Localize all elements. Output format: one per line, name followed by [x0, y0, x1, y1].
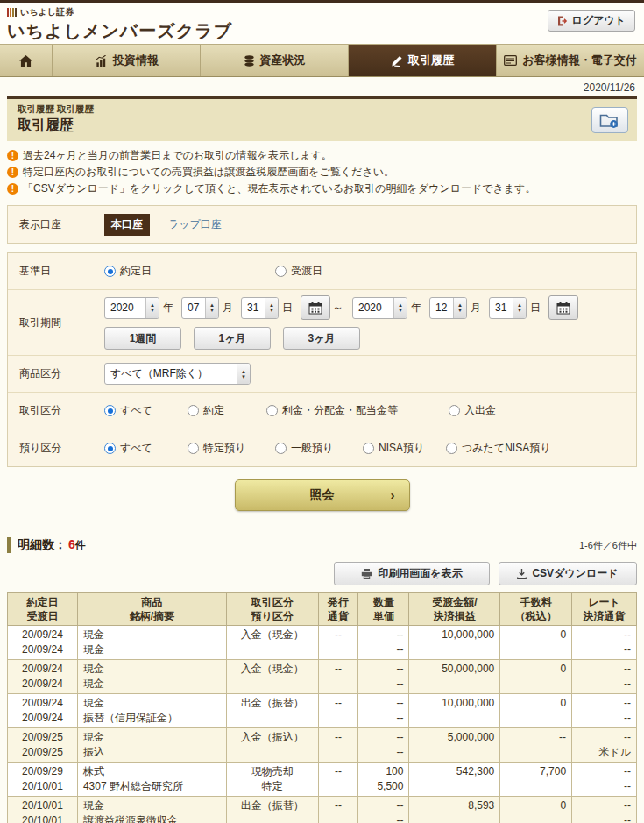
notice-item: !「CSVダウンロード」をクリックして頂くと、現在表示されているお取引の明細をダ…: [7, 181, 637, 196]
column-header: 数量単価: [358, 593, 409, 626]
table-row: 20/09/2920/10/01株式4307 野村総合研究所現物売却特定--10…: [8, 763, 637, 797]
page-header: いちよし証券 いちよしメンバーズクラブ ログアウト: [0, 3, 644, 44]
product-select[interactable]: すべて（MRF除く）▲▼: [104, 363, 251, 385]
stepper-icon: ▲▼: [453, 298, 466, 318]
trade-label: 取引区分: [8, 403, 104, 418]
table-cell: --: [318, 797, 358, 823]
table-cell: ----: [358, 626, 409, 660]
nav-tab-customer-info[interactable]: お客様情報・電子交付: [497, 45, 644, 76]
radio-option[interactable]: 入出金: [449, 403, 496, 418]
account-tab-main[interactable]: 本口座: [104, 214, 150, 236]
nav-tab-asset-status[interactable]: 資産状況: [201, 45, 349, 76]
to-month-select[interactable]: 12▲▼: [429, 297, 467, 319]
table-cell: 10,000,000: [409, 694, 500, 728]
results-count: 6: [68, 537, 75, 551]
inquiry-label: 照会: [310, 487, 335, 501]
table-cell: ----: [358, 797, 409, 823]
table-cell: 0: [500, 797, 572, 823]
radio-label: 特定預り: [203, 441, 245, 456]
from-year-select[interactable]: 2020▲▼: [104, 297, 159, 319]
period-quick-button[interactable]: 1週間: [104, 327, 181, 350]
table-cell: 0: [500, 626, 572, 660]
nav-tab-label: 取引履歴: [408, 53, 454, 68]
inquiry-button[interactable]: 照会 ›: [235, 479, 410, 511]
radio-label: 利金・分配金・配当金等: [282, 403, 398, 418]
radio-label: 約定日: [120, 264, 152, 279]
radio-option[interactable]: 受渡日: [275, 264, 322, 279]
csv-download-label: CSVダウンロード: [532, 566, 618, 581]
radio-option[interactable]: 約定日: [104, 264, 275, 279]
account-tab-wrap[interactable]: ラップ口座: [168, 217, 222, 232]
column-header: レート決済通貨: [572, 593, 637, 626]
table-cell: 0: [500, 694, 572, 728]
column-header: 手数料（税込）: [500, 593, 572, 626]
folder-plus-button[interactable]: [591, 107, 628, 133]
table-row: 20/09/2420/09/24現金振替（信用保証金）出金（振替）------1…: [8, 694, 637, 728]
to-year-select[interactable]: 2020▲▼: [352, 297, 407, 319]
csv-download-button[interactable]: CSVダウンロード: [499, 562, 637, 585]
deposit-row: 預り区分 すべて特定預り一般預りNISA預りつみたてNISA預り: [8, 429, 636, 466]
logout-button[interactable]: ログアウト: [548, 10, 635, 32]
table-cell: 出金（振替）: [226, 694, 318, 728]
month-label: 月: [223, 301, 233, 316]
account-row: 表示口座 本口座 ラップ口座: [8, 206, 636, 243]
radio-option[interactable]: 特定預り: [188, 441, 275, 456]
notice-item: !過去24ヶ月と当月の前営業日までのお取引の情報を表示します。: [7, 148, 637, 163]
calendar-button-to[interactable]: [548, 295, 578, 320]
radio-option[interactable]: すべて: [104, 441, 188, 456]
radio-icon: [266, 405, 278, 416]
radio-label: NISA預り: [379, 441, 424, 456]
chart-icon: [94, 55, 108, 67]
stepper-icon: ▲▼: [265, 298, 278, 318]
results-range: 1-6件／6件中: [579, 539, 637, 552]
radio-option[interactable]: すべて: [104, 403, 188, 418]
from-day-select[interactable]: 31▲▼: [241, 297, 279, 319]
period-quick-button[interactable]: 1ヶ月: [194, 327, 271, 350]
table-cell: --米ドル: [572, 728, 637, 763]
radio-selected-icon: [104, 443, 116, 454]
table-cell: ----: [358, 728, 409, 763]
to-day-select[interactable]: 31▲▼: [489, 297, 527, 319]
radio-icon: [449, 405, 460, 416]
logout-label: ログアウト: [572, 13, 626, 28]
alert-icon: !: [7, 167, 18, 178]
to-day-select-value: 31: [490, 298, 513, 318]
radio-option[interactable]: NISA預り: [363, 441, 446, 456]
table-cell: ----: [358, 660, 409, 694]
nav-tab-investment-info[interactable]: 投資情報: [53, 45, 201, 76]
table-cell: 5,000,000: [409, 728, 500, 763]
table-cell: 8,593: [409, 797, 500, 823]
radio-selected-icon: [104, 266, 116, 277]
period-quick-button[interactable]: 3ヶ月: [283, 327, 360, 350]
table-header-row: 約定日受渡日商品銘柄/摘要取引区分預り区分発行通貨数量単価受渡金額/決済損益手数…: [8, 593, 637, 626]
table-row: 20/09/2520/09/25現金振込入金（振込）------5,000,00…: [8, 728, 637, 763]
year-label: 年: [163, 301, 173, 316]
print-view-label: 印刷用画面を表示: [378, 566, 462, 581]
logout-icon: [557, 16, 568, 26]
pen-icon: [391, 55, 403, 67]
print-view-button[interactable]: 印刷用画面を表示: [334, 562, 490, 585]
table-cell: --: [318, 694, 358, 728]
calendar-icon: [308, 302, 322, 315]
column-header: 商品銘柄/摘要: [77, 593, 226, 626]
deposit-label: 預り区分: [8, 441, 104, 456]
radio-option[interactable]: 利金・分配金・配当金等: [266, 403, 449, 418]
brand-small-label: いちよし証券: [20, 6, 74, 18]
nav-tab-transaction-history[interactable]: 取引履歴: [349, 45, 497, 76]
folder-plus-icon: [599, 112, 620, 129]
from-month-select[interactable]: 07▲▼: [181, 297, 219, 319]
radio-option[interactable]: 一般預り: [275, 441, 363, 456]
calendar-button-from[interactable]: [301, 295, 330, 320]
table-cell: 20/09/2920/10/01: [8, 763, 78, 797]
radio-option[interactable]: つみたてNISA預り: [446, 441, 550, 456]
stepper-icon: ▲▼: [205, 298, 218, 318]
radio-label: すべて: [120, 403, 152, 418]
radio-option[interactable]: 約定: [188, 403, 266, 418]
nav-tab-home[interactable]: [0, 45, 53, 76]
day-label: 日: [530, 301, 541, 316]
divider: [159, 216, 159, 232]
notice-text: 過去24ヶ月と当月の前営業日までのお取引の情報を表示します。: [23, 148, 332, 163]
brand-bars-icon: [7, 8, 17, 17]
table-cell: 出金（振替）: [226, 797, 318, 823]
card-icon: [504, 55, 517, 66]
